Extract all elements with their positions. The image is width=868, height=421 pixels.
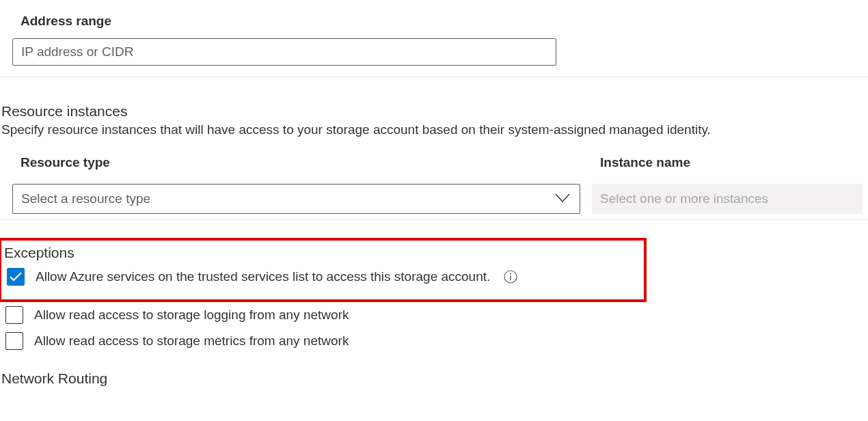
resource-instances-heading: Resource instances: [0, 103, 868, 122]
checkbox-logging[interactable]: [5, 306, 23, 324]
resource-type-label: Resource type: [0, 155, 592, 184]
checkbox-trusted-services[interactable]: [7, 268, 25, 286]
resource-instances-description: Specify resource instances that will hav…: [0, 122, 868, 137]
network-routing-heading: Network Routing: [0, 354, 868, 387]
instance-name-placeholder: Select one or more instances: [600, 191, 768, 206]
svg-rect-2: [511, 275, 511, 280]
address-range-label: Address range: [0, 0, 868, 38]
exception-row-trusted-services: Allow Azure services on the trusted serv…: [1, 264, 644, 290]
checkbox-label: Allow read access to storage metrics fro…: [34, 334, 349, 349]
resource-type-placeholder: Select a resource type: [21, 191, 150, 206]
exceptions-heading: Exceptions: [1, 245, 644, 264]
info-icon[interactable]: [504, 270, 517, 284]
instance-name-label: Instance name: [592, 155, 868, 184]
divider: [0, 219, 868, 220]
instance-name-select: Select one or more instances: [592, 184, 863, 214]
address-range-input[interactable]: [12, 38, 556, 66]
resource-type-select[interactable]: Select a resource type: [12, 184, 580, 214]
checkbox-label: Allow Azure services on the trusted serv…: [36, 269, 490, 284]
divider: [0, 77, 868, 77]
exceptions-highlight-box: Exceptions Allow Azure services on the t…: [0, 238, 647, 302]
svg-point-1: [510, 273, 511, 275]
chevron-down-icon: [555, 191, 570, 206]
checkbox-metrics[interactable]: [5, 332, 23, 350]
exception-row-metrics: Allow read access to storage metrics fro…: [0, 328, 868, 354]
exception-row-logging: Allow read access to storage logging fro…: [0, 302, 868, 328]
checkmark-icon: [10, 272, 22, 282]
checkbox-label: Allow read access to storage logging fro…: [34, 308, 349, 323]
